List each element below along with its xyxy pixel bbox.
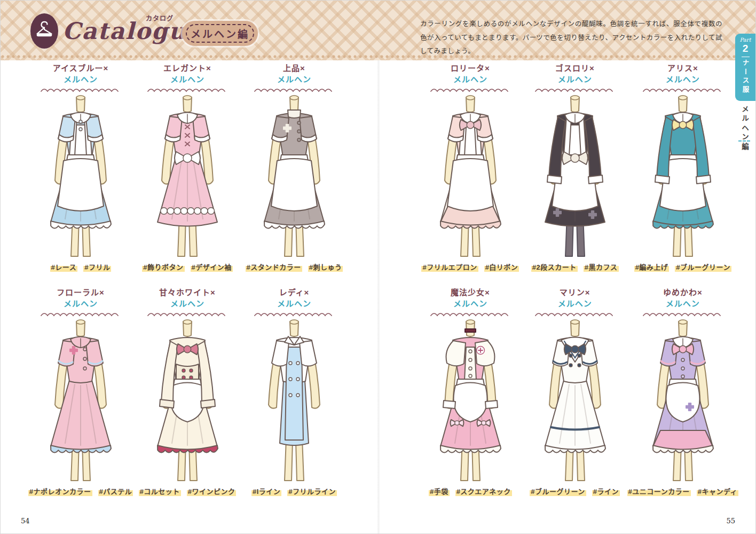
outfit-grid-right: ロリータ×メルヘン#フリルエプロン#白リボンゴスロリ×メルヘン#2段スカート#黒… (418, 62, 738, 511)
outfit-theme-name: メルヘン (64, 299, 98, 308)
outfit-theme-name: メルヘン (64, 75, 98, 84)
hashtag-label: #刺しゅう (308, 262, 343, 272)
section-label: メルヘン編 (739, 105, 750, 152)
outfit-card: エレガント×メルヘン#飾りボタン#デザイン袖 (134, 62, 241, 287)
outfit-theme-name: メルヘン (170, 299, 204, 308)
outfit-card: ゴスロリ×メルヘン#2段スカート#黒カフス (523, 62, 627, 287)
outfit-card: 上品×メルヘン#スタンドカラー#刺しゅう (241, 62, 348, 287)
hashtag-label: #パステル (98, 486, 133, 496)
outfit-illustration (30, 317, 131, 484)
hashtag-label: #ワインピンク (187, 486, 237, 496)
hanger-logo (30, 13, 58, 49)
outfit-illustration (137, 93, 238, 260)
outfit-theme-name: メルヘン (666, 299, 700, 308)
squiggle-underline (642, 86, 723, 92)
hashtag-label: #飾りボタン (142, 262, 184, 272)
outfit-style-name: 上品× (283, 64, 305, 73)
outfit-card: フローラル×メルヘン#ナポレオンカラー#パステル (27, 287, 134, 511)
hashtag-row: #ユニコーンカラー#キャンディ (627, 486, 738, 496)
squiggle-underline (534, 86, 616, 92)
outfit-style-name: マリン× (560, 288, 590, 297)
hashtag-label: #2段スカート (531, 262, 578, 272)
outfit-style-name: ゴスロリ× (555, 64, 595, 73)
outfit-title: レディ×メルヘン (277, 287, 311, 309)
hashtag-label: #フリル (83, 262, 111, 272)
hashtag-row: #スタンドカラー#刺しゅう (246, 262, 343, 272)
outfit-illustration (524, 93, 626, 260)
outfit-theme-name: メルヘン (170, 75, 204, 84)
page-number-left: 54 (21, 517, 30, 525)
outfit-title: アリス×メルヘン (666, 62, 700, 85)
squiggle-underline (147, 86, 228, 92)
hashtag-row: #飾りボタン#デザイン袖 (142, 262, 232, 272)
outfit-theme-name: メルヘン (453, 75, 487, 84)
outfit-title: 甘々ホワイト×メルヘン (159, 287, 216, 309)
squiggle-underline (40, 86, 121, 92)
outfit-theme-name: メルヘン (558, 299, 592, 308)
outfit-illustration (632, 93, 734, 260)
hashtag-label: #ブルーグリーン (675, 262, 731, 272)
outfit-title: 上品×メルヘン (277, 62, 311, 85)
squiggle-underline (642, 310, 723, 316)
book-spread: カタログ Catalogue メルヘン編 カラーリングを楽しめるのがメルヘンなデ… (0, 0, 756, 534)
hashtag-label: #編み上げ (634, 262, 670, 272)
outfit-card: アリス×メルヘン#編み上げ#ブルーグリーン (627, 62, 738, 287)
outfit-title: ロリータ×メルヘン (451, 62, 490, 85)
hashtag-row: #コルセット#ワインピンク (139, 486, 237, 496)
outfit-title: エレガント×メルヘン (163, 62, 211, 85)
intro-text: カラーリングを楽しめるのがメルヘンなデザインの醍醐味。色調を統一すれば、服全体で… (420, 18, 722, 59)
page-gutter (377, 60, 380, 533)
hashtag-label: #キャンディ (697, 486, 738, 496)
hashtag-label: #コルセット (139, 486, 181, 496)
hashtag-label: #レース (50, 262, 78, 272)
logo-title: Catalogue (62, 18, 202, 44)
outfit-style-name: エレガント× (163, 64, 211, 73)
outfit-title: マリン×メルヘン (558, 287, 592, 309)
hashtag-label: #スタンドカラー (246, 262, 302, 272)
hashtag-label: #フリルエプロン (421, 262, 478, 272)
hanger-icon (35, 20, 54, 42)
hashtag-label: #フリルライン (287, 486, 337, 496)
hashtag-label: #黒カフス (584, 262, 619, 272)
edition-badge: メルヘン編 (182, 21, 258, 46)
outfit-illustration (243, 317, 345, 484)
hashtag-label: #白リボン (484, 262, 519, 272)
outfit-style-name: 魔法少女× (451, 288, 490, 297)
squiggle-underline (430, 86, 511, 92)
hashtag-row: #レース#フリル (50, 262, 112, 272)
chapter-tab-category: ナース服 (741, 59, 751, 95)
edition-badge-label: メルヘン編 (186, 24, 254, 43)
outfit-theme-name: メルヘン (277, 299, 311, 308)
hashtag-row: #フリルエプロン#白リボン (421, 262, 519, 272)
squiggle-underline (430, 310, 511, 316)
hashtag-label: #ユニコーンカラー (627, 486, 691, 496)
hashtag-row: #Iライン#フリルライン (251, 486, 337, 496)
outfit-title: 魔法少女×メルヘン (451, 287, 490, 309)
squiggle-underline (40, 310, 121, 316)
outfit-style-name: 甘々ホワイト× (159, 288, 216, 297)
outfit-card: マリン×メルヘン#ブルーグリーン#ライン (523, 287, 627, 511)
squiggle-underline (147, 310, 228, 316)
hashtag-label: #ブルーグリーン (530, 486, 586, 496)
outfit-theme-name: メルヘン (277, 75, 311, 84)
outfit-card: ロリータ×メルヘン#フリルエプロン#白リボン (418, 62, 523, 287)
outfit-card: アイスブルー×メルヘン#レース#フリル (27, 62, 134, 287)
outfit-grid-left: アイスブルー×メルヘン#レース#フリルエレガント×メルヘン#飾りボタン#デザイン… (27, 62, 348, 511)
outfit-theme-name: メルヘン (558, 75, 592, 84)
outfit-style-name: フローラル× (57, 288, 105, 297)
outfit-title: ゆめかわ×メルヘン (663, 287, 703, 309)
section-underline (738, 140, 750, 142)
hashtag-row: #編み上げ#ブルーグリーン (634, 262, 731, 272)
outfit-illustration (632, 317, 734, 484)
page-left: アイスブルー×メルヘン#レース#フリルエレガント×メルヘン#飾りボタン#デザイン… (27, 62, 348, 511)
hashtag-label: #手袋 (429, 486, 450, 496)
outfit-illustration (243, 93, 345, 260)
outfit-theme-name: メルヘン (666, 75, 700, 84)
chapter-tab-part: Part (735, 37, 755, 43)
outfit-title: アイスブルー×メルヘン (53, 62, 109, 85)
hashtag-label: #ライン (592, 486, 620, 496)
page-number-right: 55 (726, 517, 735, 525)
outfit-style-name: アリス× (667, 64, 698, 73)
squiggle-underline (534, 310, 616, 316)
outfit-card: レディ×メルヘン#Iライン#フリルライン (241, 287, 348, 511)
